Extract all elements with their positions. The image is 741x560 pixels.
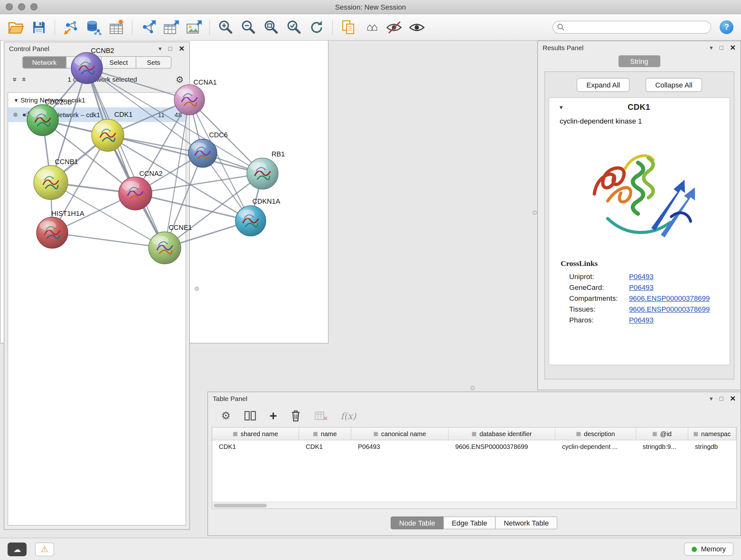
network-edge-CCNA2-CDKN1A[interactable] — [135, 193, 251, 221]
horizontal-scrollbar[interactable] — [212, 502, 736, 509]
horizontal-splitter-handle[interactable] — [470, 386, 475, 390]
network-edge-CCNB2-CCNE1[interactable] — [87, 68, 165, 248]
delete-column-trash-icon[interactable] — [290, 410, 301, 422]
gene-section: ▼ CDK1 cyclin-dependent kinase 1 — [549, 98, 730, 365]
crosslink-link[interactable]: P06493 — [629, 316, 730, 324]
network-edge-HIST1H1A-CCNE1[interactable] — [52, 233, 165, 248]
column-header[interactable]: ▦canonical name — [351, 428, 449, 440]
tab-node-table[interactable]: Node Table — [391, 516, 444, 530]
help-button[interactable]: ? — [720, 20, 733, 34]
tab-string[interactable]: String — [618, 55, 660, 67]
warnings-button[interactable]: ⚠ — [35, 542, 54, 556]
network-canvas[interactable]: CCNB2CCNA1CDC25BCDK1CDC6RB1CCNB1CCNA2CDK… — [0, 0, 327, 325]
copy-document-icon — [341, 19, 356, 35]
show-graphics-details-button[interactable] — [405, 16, 428, 38]
node-label-CCNA1: CCNA1 — [193, 78, 217, 86]
column-header[interactable]: ▦namespac — [688, 428, 736, 440]
crosslink-label: Pharos: — [569, 316, 629, 324]
crosslink-link[interactable]: 9606.ENSP00000378699 — [629, 305, 730, 313]
gene-description: cyclin-dependent kinase 1 — [549, 117, 730, 128]
search-input[interactable] — [552, 21, 711, 34]
network-node-RB1[interactable]: RB1 — [247, 150, 285, 189]
panel-float-icon[interactable]: □ — [719, 44, 723, 51]
crosslink-link[interactable]: P06493 — [629, 283, 730, 291]
network-node-CCNB2[interactable]: CCNB2 — [71, 47, 114, 84]
create-column-button[interactable]: + — [270, 409, 277, 422]
network-edge-CDK1-RB1[interactable] — [108, 135, 263, 174]
results-panel-title: Results Panel — [542, 44, 584, 51]
crosslink-label: Tissues: — [569, 305, 629, 313]
column-icon: ▦ — [232, 431, 238, 437]
node-label-RB1: RB1 — [272, 150, 285, 158]
search-field-wrap — [552, 21, 711, 34]
crosslink-link[interactable]: 9606.ENSP00000378699 — [629, 294, 730, 302]
toolbar-separator — [332, 19, 333, 35]
right-splitter-handle[interactable] — [533, 210, 537, 214]
panel-menu-icon[interactable]: ▾ — [710, 395, 713, 401]
node-label-CDC25B: CDC25B — [45, 98, 72, 106]
column-header[interactable]: ▦database identifier — [449, 428, 556, 440]
table-panel-header: Table Panel ▾ □ ✕ — [208, 392, 741, 405]
crosslink-row: GeneCard: P06493 — [549, 282, 730, 293]
node-table: ▦shared name ▦name ▦canonical name ▦data… — [212, 427, 737, 509]
left-splitter-handle[interactable] — [195, 287, 199, 291]
crosslink-row: Tissues: 9606.ENSP00000378699 — [549, 304, 730, 314]
protein-structure-figure — [549, 128, 730, 254]
table-options-gear-icon[interactable]: ⚙ — [221, 410, 230, 422]
crosslink-label: Uniprot: — [569, 272, 629, 280]
collapse-all-button[interactable]: Collapse All — [646, 78, 702, 91]
column-header[interactable]: ▦description — [555, 428, 636, 440]
table-cell[interactable]: stringdb:9... — [636, 440, 688, 453]
column-icon: ▦ — [374, 431, 378, 437]
table-cell[interactable]: cyclin-dependent ... — [555, 440, 636, 453]
network-node-CDC25B[interactable]: CDC25B — [27, 98, 72, 136]
table-cell[interactable]: stringdb — [688, 440, 736, 453]
column-header[interactable]: ▦name — [299, 428, 351, 440]
tab-network-table[interactable]: Network Table — [495, 516, 557, 530]
memory-button[interactable]: Memory — [684, 543, 733, 556]
network-node-CCNA1[interactable]: CCNA1 — [174, 78, 217, 115]
warning-icon: ⚠ — [41, 544, 48, 554]
function-builder-button[interactable]: f(x) — [340, 411, 356, 421]
table-tabs: Node Table Edge Table Network Table — [208, 516, 741, 530]
expand-all-button[interactable]: Expand All — [577, 78, 630, 91]
node-label-CCNB1: CCNB1 — [55, 158, 78, 166]
eye-icon — [408, 20, 425, 34]
copy-document-button[interactable] — [337, 16, 360, 38]
crosslink-row: Pharos: P06493 — [549, 314, 730, 325]
node-label-CDKN1A: CDKN1A — [253, 198, 280, 206]
cloud-button[interactable]: ☁ — [8, 542, 27, 556]
houses-button[interactable]: ⌂⌂ — [360, 16, 383, 38]
panel-close-icon[interactable]: ✕ — [730, 395, 736, 402]
panel-float-icon[interactable]: □ — [719, 395, 723, 401]
scrollbar-thumb[interactable] — [213, 504, 267, 508]
section-expand-icon[interactable]: ▼ — [557, 105, 565, 110]
crosslink-row: Uniprot: P06493 — [549, 271, 730, 282]
network-node-CDK1[interactable]: CDK1 — [91, 111, 132, 151]
crosslink-link[interactable]: P06493 — [629, 272, 730, 280]
show-columns-icon[interactable] — [244, 410, 256, 422]
search-icon — [557, 23, 565, 31]
status-bar: ☁ ⚠ Memory — [0, 538, 741, 560]
table-panel-title: Table Panel — [212, 395, 247, 402]
table-cell[interactable]: P06493 — [351, 440, 449, 453]
column-icon: ▦ — [472, 431, 476, 437]
network-node-HIST1H1A[interactable]: HIST1H1A — [37, 210, 84, 248]
table-cell[interactable]: CDK1 — [212, 440, 299, 453]
gene-name: CDK1 — [565, 103, 713, 112]
node-label-CCNE1: CCNE1 — [169, 224, 192, 232]
network-node-CCNB1[interactable]: CCNB1 — [34, 158, 78, 199]
table-row[interactable]: CDK1 CDK1 P06493 9606.ENSP00000378699 cy… — [212, 440, 736, 453]
column-header[interactable]: ▦@id — [636, 428, 688, 440]
panel-menu-icon[interactable]: ▾ — [710, 44, 713, 51]
cloud-icon: ☁ — [13, 545, 21, 554]
network-edge-CCNB2-CCNA1[interactable] — [87, 68, 189, 100]
table-cell[interactable]: CDK1 — [299, 440, 351, 453]
hide-graphics-details-button[interactable] — [383, 16, 405, 38]
column-header[interactable]: ▦shared name — [212, 428, 299, 440]
tab-edge-table[interactable]: Edge Table — [443, 516, 496, 530]
crosslink-label: Compartments: — [569, 294, 629, 302]
gene-section-header[interactable]: ▼ CDK1 — [549, 98, 730, 117]
panel-close-icon[interactable]: ✕ — [730, 44, 736, 51]
table-cell[interactable]: 9606.ENSP00000378699 — [449, 440, 556, 453]
